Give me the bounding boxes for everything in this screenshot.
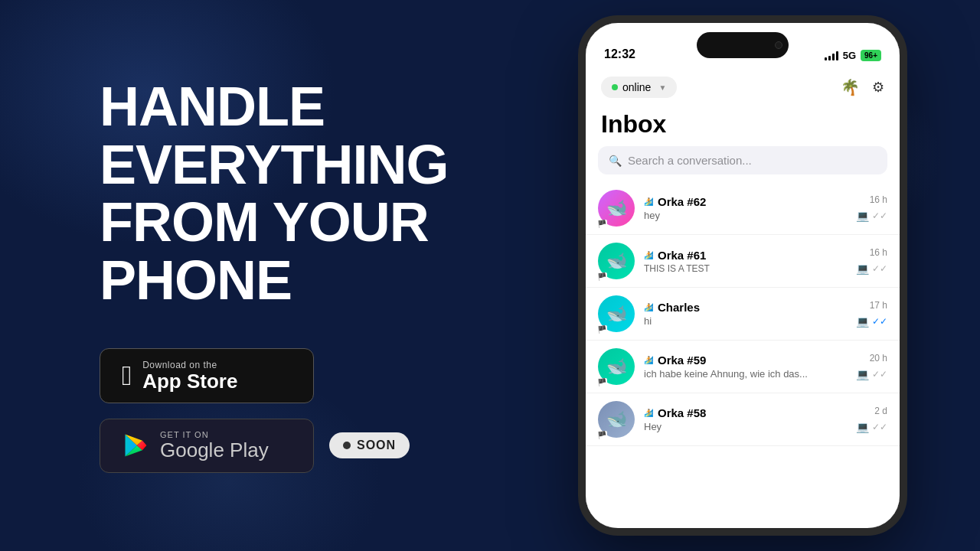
conv-right-orka62: 16 h 💻 ✓✓ bbox=[856, 194, 887, 222]
chevron-down-icon: ▼ bbox=[658, 83, 666, 92]
avatar-whale-icon: 🐋 bbox=[606, 251, 627, 271]
conv-status-icons-charles: 💻 ✓✓ bbox=[856, 315, 887, 328]
soon-label: SOON bbox=[357, 439, 396, 452]
phone-side-button bbox=[905, 115, 907, 161]
soon-badge: SOON bbox=[329, 432, 410, 458]
conv-time-charles: 17 h bbox=[870, 300, 887, 311]
check-icon-charles: ✓✓ bbox=[872, 316, 887, 327]
store-buttons:  Download on the App Store bbox=[100, 348, 490, 473]
dynamic-island bbox=[697, 32, 789, 58]
conv-preview-orka59: ich habe keine Ahnung, wie ich das... bbox=[644, 368, 847, 380]
monitor-icon-orka59: 💻 bbox=[856, 368, 869, 380]
page-wrapper: HANDLE EVERYTHING FROM YOUR PHONE  Down… bbox=[0, 0, 980, 551]
status-time: 12:32 bbox=[604, 47, 635, 61]
google-play-large-text: Google Play bbox=[160, 439, 269, 461]
conv-name-row-orka61: 🏄 Orka #61 bbox=[644, 249, 847, 262]
conv-right-orka61: 16 h 💻 ✓✓ bbox=[856, 247, 887, 275]
inbox-title: Inbox bbox=[586, 107, 900, 146]
status-5g: 5G bbox=[843, 50, 856, 61]
conv-preview-orka62: hey bbox=[644, 210, 847, 221]
avatar-flag-icon: 🏴 bbox=[596, 378, 607, 386]
conv-status-icons-orka62: 💻 ✓✓ bbox=[856, 210, 887, 222]
channel-dot-orka62: 🏄 bbox=[644, 197, 653, 206]
avatar-whale-icon: 🐋 bbox=[606, 304, 627, 324]
conv-body-charles: 🏄 Charles hi bbox=[644, 301, 847, 327]
conv-preview-orka61: THIS IS A TEST bbox=[644, 263, 847, 274]
check-icon-orka58: ✓✓ bbox=[872, 422, 887, 432]
search-bar[interactable]: 🔍 Search a conversation... bbox=[598, 146, 887, 174]
online-status-text: online bbox=[622, 81, 651, 93]
conv-preview-charles: hi bbox=[644, 315, 847, 327]
conv-time-orka59: 20 h bbox=[870, 353, 887, 364]
conv-name-orka59: Orka #59 bbox=[658, 354, 706, 367]
google-play-text-group: GET IT ON Google Play bbox=[160, 430, 269, 461]
google-play-button[interactable]: GET IT ON Google Play bbox=[100, 419, 314, 473]
conv-right-orka59: 20 h 💻 ✓✓ bbox=[856, 353, 887, 380]
conv-name-row-orka59: 🏄 Orka #59 bbox=[644, 354, 847, 367]
conv-status-icons-orka61: 💻 ✓✓ bbox=[856, 262, 887, 275]
app-store-text-group: Download on the App Store bbox=[142, 360, 237, 393]
check-icon-orka61: ✓✓ bbox=[872, 263, 887, 274]
conversation-item-charles[interactable]: 🐋 🏴 🏄 Charles hi 17 h 💻 ✓✓ bbox=[586, 288, 900, 341]
conversation-item-orka58[interactable]: 🐋 🏴 🏄 Orka #58 Hey 2 d 💻 ✓✓ bbox=[586, 393, 900, 446]
conversation-item-orka62[interactable]: 🐋 🏴 🏄 Orka #62 hey 16 h 💻 ✓✓ bbox=[586, 182, 900, 235]
conv-right-charles: 17 h 💻 ✓✓ bbox=[856, 300, 887, 328]
conv-right-orka58: 2 d 💻 ✓✓ bbox=[856, 406, 887, 433]
google-play-icon bbox=[122, 432, 149, 459]
conv-preview-orka58: Hey bbox=[644, 421, 847, 432]
conv-body-orka62: 🏄 Orka #62 hey bbox=[644, 195, 847, 221]
avatar-flag-icon: 🏴 bbox=[596, 325, 607, 334]
signal-bar-2 bbox=[828, 56, 831, 60]
left-panel: HANDLE EVERYTHING FROM YOUR PHONE  Down… bbox=[0, 0, 536, 551]
conv-status-icons-orka59: 💻 ✓✓ bbox=[856, 368, 887, 380]
conv-name-orka61: Orka #61 bbox=[658, 249, 706, 262]
avatar-charles: 🐋 🏴 bbox=[598, 295, 635, 332]
google-play-row: GET IT ON Google Play SOON bbox=[100, 419, 410, 473]
filter-icon[interactable]: ⚙ bbox=[872, 79, 884, 96]
channel-dot-charles: 🏄 bbox=[644, 303, 653, 311]
conv-status-icons-orka58: 💻 ✓✓ bbox=[856, 421, 887, 433]
channel-dot-orka59: 🏄 bbox=[644, 356, 653, 364]
conv-time-orka58: 2 d bbox=[874, 406, 887, 416]
soon-dot bbox=[343, 442, 351, 449]
status-right: 5G 96+ bbox=[825, 50, 881, 61]
search-icon: 🔍 bbox=[609, 155, 622, 167]
search-placeholder-text: Search a conversation... bbox=[628, 154, 752, 167]
app-store-small-text: Download on the bbox=[142, 360, 237, 370]
conversation-list: 🐋 🏴 🏄 Orka #62 hey 16 h 💻 ✓✓ 🐋 � bbox=[586, 182, 900, 446]
avatar-whale-icon: 🐋 bbox=[606, 198, 627, 218]
signal-bar-1 bbox=[825, 57, 827, 60]
check-icon-orka62: ✓✓ bbox=[872, 210, 887, 221]
apple-icon:  bbox=[122, 362, 132, 390]
camera-dot bbox=[775, 41, 782, 49]
monitor-icon-orka62: 💻 bbox=[856, 210, 869, 222]
palm-tree-icon[interactable]: 🌴 bbox=[841, 78, 860, 96]
avatar-orka61: 🐋 🏴 bbox=[598, 243, 635, 279]
signal-bar-4 bbox=[836, 51, 838, 60]
avatar-whale-icon: 🐋 bbox=[606, 409, 627, 429]
conversation-item-orka59[interactable]: 🐋 🏴 🏄 Orka #59 ich habe keine Ahnung, wi… bbox=[586, 341, 900, 393]
phone-content: online ▼ 🌴 ⚙ Inbox 🔍 Search a conversati… bbox=[586, 67, 900, 528]
avatar-orka58: 🐋 🏴 bbox=[598, 401, 635, 438]
monitor-icon-charles: 💻 bbox=[856, 315, 869, 328]
conv-name-row-charles: 🏄 Charles bbox=[644, 301, 847, 314]
inbox-topbar: online ▼ 🌴 ⚙ bbox=[586, 67, 900, 107]
conversation-item-orka61[interactable]: 🐋 🏴 🏄 Orka #61 THIS IS A TEST 16 h 💻 ✓✓ bbox=[586, 235, 900, 288]
online-badge[interactable]: online ▼ bbox=[601, 77, 677, 98]
conv-name-charles: Charles bbox=[658, 301, 700, 314]
conv-name-orka58: Orka #58 bbox=[658, 406, 706, 419]
monitor-icon-orka61: 💻 bbox=[856, 262, 869, 275]
headline: HANDLE EVERYTHING FROM YOUR PHONE bbox=[100, 78, 490, 309]
battery-badge: 96+ bbox=[861, 50, 881, 61]
conv-name-row-orka62: 🏄 Orka #62 bbox=[644, 195, 847, 208]
avatar-flag-icon: 🏴 bbox=[596, 431, 607, 439]
avatar-whale-icon: 🐋 bbox=[606, 357, 627, 377]
app-store-button[interactable]:  Download on the App Store bbox=[100, 348, 314, 404]
avatar-flag-icon: 🏴 bbox=[596, 272, 607, 281]
conv-name-row-orka58: 🏄 Orka #58 bbox=[644, 406, 847, 419]
topbar-icons: 🌴 ⚙ bbox=[841, 78, 884, 96]
signal-bars bbox=[825, 51, 838, 60]
avatar-flag-icon: 🏴 bbox=[596, 220, 607, 228]
online-dot bbox=[612, 84, 618, 90]
conv-time-orka62: 16 h bbox=[870, 194, 887, 205]
